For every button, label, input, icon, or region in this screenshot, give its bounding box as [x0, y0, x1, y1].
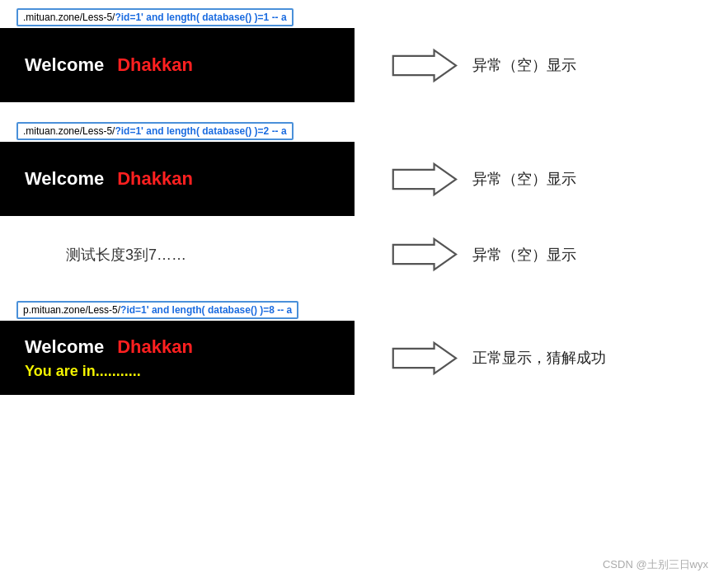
result-label-row3: 异常（空）显示	[472, 245, 576, 265]
dhakkan-text-row4: Dhakkan	[117, 336, 193, 358]
url-prefix-row2: .mituan.zone/Less-5/	[23, 125, 115, 137]
right-section-row4: 正常显示，猜解成功	[367, 340, 728, 377]
url-bar-row4: p.mituan.zone/Less-5/?id=1' and length( …	[16, 301, 298, 319]
display-box-row2: Welcome Dhakkan	[0, 142, 355, 216]
left-section-row1: Welcome Dhakkan	[0, 28, 367, 102]
arrow-icon-row4	[392, 340, 458, 377]
url-row-row1: .mituan.zone/Less-5/?id=1' and length( d…	[0, 8, 728, 26]
dhakkan-text-row1: Dhakkan	[117, 54, 193, 76]
url-bar-row1: .mituan.zone/Less-5/?id=1' and length( d…	[16, 8, 294, 26]
you-are-in-row4: You are in...........	[25, 363, 338, 380]
url-query-row4: ?id=1' and length( database() )=8 -- a	[120, 304, 292, 316]
svg-marker-1	[393, 163, 456, 194]
inner-row-row4: Welcome Dhakkan You are in...........	[0, 321, 728, 395]
svg-marker-2	[393, 239, 456, 270]
watermark: CSDN @土别三日wyx	[603, 557, 708, 572]
welcome-text-row2: Welcome	[25, 168, 104, 190]
welcome-line-row1: Welcome Dhakkan	[25, 54, 338, 76]
arrow-icon-row3	[392, 236, 458, 273]
url-prefix-row4: p.mituan.zone/Less-5/	[23, 304, 120, 316]
result-label-row4: 正常显示，猜解成功	[472, 348, 606, 368]
display-box-row4: Welcome Dhakkan You are in...........	[0, 321, 355, 395]
welcome-line-row4: Welcome Dhakkan	[25, 336, 338, 358]
demo-row-row2: .mituan.zone/Less-5/?id=1' and length( d…	[0, 122, 728, 216]
arrow-icon-row2	[392, 161, 458, 198]
inner-row-row2: Welcome Dhakkan 异常（空）显示	[0, 142, 728, 216]
display-box-row1: Welcome Dhakkan	[0, 28, 355, 102]
dhakkan-text-row2: Dhakkan	[117, 168, 193, 190]
test-text-row3: 测试长度3到7……	[66, 247, 186, 263]
left-section-row2: Welcome Dhakkan	[0, 142, 367, 216]
result-label-row2: 异常（空）显示	[472, 169, 576, 189]
right-section-row1: 异常（空）显示	[367, 47, 728, 84]
welcome-text-row4: Welcome	[25, 336, 104, 358]
page-container: .mituan.zone/Less-5/?id=1' and length( d…	[0, 0, 728, 410]
url-row-row4: p.mituan.zone/Less-5/?id=1' and length( …	[0, 301, 728, 319]
url-query-row2: ?id=1' and length( database() )=2 -- a	[115, 125, 286, 137]
welcome-text-row1: Welcome	[25, 54, 104, 76]
url-query-row1: ?id=1' and length( database() )=1 -- a	[115, 12, 286, 23]
right-section-row2: 异常（空）显示	[367, 161, 728, 198]
url-bar-row2: .mituan.zone/Less-5/?id=1' and length( d…	[16, 122, 294, 140]
demo-row-row4: p.mituan.zone/Less-5/?id=1' and length( …	[0, 301, 728, 395]
arrow-icon-row1	[392, 47, 458, 84]
demo-row-row1: .mituan.zone/Less-5/?id=1' and length( d…	[0, 8, 728, 102]
left-section-row3: 测试长度3到7……	[0, 245, 367, 265]
inner-row-row1: Welcome Dhakkan 异常（空）显示	[0, 28, 728, 102]
url-row-row2: .mituan.zone/Less-5/?id=1' and length( d…	[0, 122, 728, 140]
url-prefix-row1: .mituan.zone/Less-5/	[23, 12, 115, 23]
welcome-line-row2: Welcome Dhakkan	[25, 168, 338, 190]
svg-marker-3	[393, 342, 456, 373]
svg-marker-0	[393, 49, 456, 80]
demo-row-row3: 测试长度3到7…… 异常（空）显示	[0, 236, 728, 273]
right-section-row3: 异常（空）显示	[367, 236, 728, 273]
left-section-row4: Welcome Dhakkan You are in...........	[0, 321, 367, 395]
result-label-row1: 异常（空）显示	[472, 55, 576, 75]
